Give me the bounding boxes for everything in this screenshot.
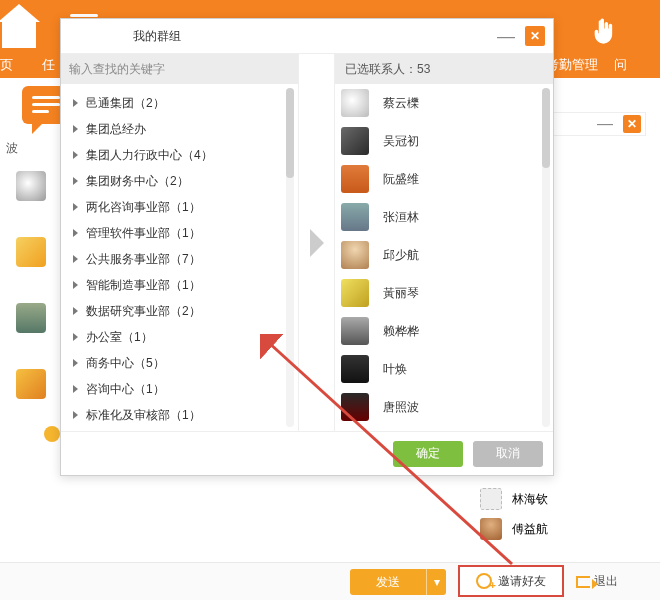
list-item[interactable]: 吴冠初: [335, 122, 539, 160]
tree-item[interactable]: 咨询中心（1）: [61, 376, 282, 402]
avatar: [341, 355, 369, 383]
list-item[interactable]: 阮盛维: [335, 160, 539, 198]
left-contact-strip: 波: [0, 140, 60, 401]
tree-item[interactable]: 公共服务事业部（7）: [61, 246, 282, 272]
chevron-right-icon: [73, 307, 78, 315]
scrollbar[interactable]: [542, 88, 550, 427]
invite-friends-label: 邀请好友: [498, 573, 546, 590]
chevron-right-icon: [73, 281, 78, 289]
chevron-right-icon: [73, 125, 78, 133]
tree-item[interactable]: 邑通集团（2）: [61, 90, 282, 116]
selected-header: 已选联系人：53: [335, 54, 553, 84]
list-item[interactable]: 黃丽琴: [335, 274, 539, 312]
list-item[interactable]: [335, 426, 539, 431]
avatar[interactable]: [16, 237, 46, 267]
tree-item[interactable]: 管理软件事业部（1）: [61, 220, 282, 246]
tree-item[interactable]: 集团人力行政中心（4）: [61, 142, 282, 168]
nav-ask[interactable]: 问: [614, 56, 627, 74]
selected-list: 蔡云櫟 吴冠初 阮盛维 张洹林 邱少航 黃丽琴 赖桦桦 叶焕 唐照波: [335, 84, 539, 431]
group-picker-dialog: 我的群组 — ✕ 邑通集团（2） 集团总经办 集团人力行政中心（4） 集团财务中…: [60, 18, 554, 476]
list-item[interactable]: 邱少航: [335, 236, 539, 274]
avatar: [341, 89, 369, 117]
selected-count: 53: [417, 62, 430, 76]
home-icon: [2, 18, 36, 48]
list-item[interactable]: 蔡云櫟: [335, 84, 539, 122]
add-user-icon: [476, 573, 492, 589]
dialog-title-bar: 我的群组 — ✕: [61, 19, 553, 53]
chevron-right-icon: [73, 255, 78, 263]
tree-item[interactable]: 标准化及审核部（1）: [61, 402, 282, 428]
selected-contacts-panel: 已选联系人：53 蔡云櫟 吴冠初 阮盛维 张洹林 邱少航 黃丽琴 赖桦桦 叶焕 …: [335, 54, 553, 431]
search-input[interactable]: [69, 62, 290, 76]
logout-button[interactable]: 退出: [576, 573, 618, 590]
invite-friends-button[interactable]: 邀请好友: [458, 565, 564, 597]
scrollbar[interactable]: [286, 88, 294, 427]
avatar[interactable]: [16, 303, 46, 333]
chevron-right-icon: [73, 177, 78, 185]
avatar: [341, 279, 369, 307]
scrollbar-thumb[interactable]: [286, 88, 294, 178]
tree-item[interactable]: 办公室（1）: [61, 324, 282, 350]
side-contact-list: 林海钦 傅益航: [480, 484, 650, 544]
tree-item[interactable]: 研发中心（1）: [61, 428, 282, 431]
search-bar: [61, 54, 298, 84]
chevron-right-icon: [73, 333, 78, 341]
dialog-minimize-button[interactable]: —: [497, 19, 515, 53]
chevron-right-icon: [73, 385, 78, 393]
group-tree: 邑通集团（2） 集团总经办 集团人力行政中心（4） 集团财务中心（2） 两化咨询…: [61, 84, 282, 431]
dialog-title: 我的群组: [133, 29, 181, 43]
tree-item[interactable]: 集团财务中心（2）: [61, 168, 282, 194]
logout-icon: [576, 576, 590, 588]
nav-task[interactable]: 任: [42, 56, 55, 74]
confirm-button[interactable]: 确定: [393, 441, 463, 467]
send-dropdown-button[interactable]: ▾: [426, 569, 446, 595]
chevron-right-icon: [73, 203, 78, 211]
avatar[interactable]: [16, 171, 46, 201]
avatar: [341, 127, 369, 155]
scrollbar-thumb[interactable]: [542, 88, 550, 168]
chevron-right-icon: [73, 411, 78, 419]
transfer-arrow-column: [299, 54, 335, 431]
chevron-right-icon: [73, 99, 78, 107]
tree-item[interactable]: 智能制造事业部（1）: [61, 272, 282, 298]
chevron-right-icon[interactable]: [310, 229, 324, 257]
cancel-button[interactable]: 取消: [473, 441, 543, 467]
list-item[interactable]: 叶焕: [335, 350, 539, 388]
list-item[interactable]: 傅益航: [480, 514, 650, 544]
emoji-icon[interactable]: [44, 426, 60, 442]
left-strip-label: 波: [6, 140, 60, 157]
avatar[interactable]: [16, 369, 46, 399]
nav-home[interactable]: 页: [0, 56, 13, 74]
minimize-button[interactable]: —: [597, 115, 613, 133]
bottom-bar: 发送 ▾ 邀请好友 退出: [0, 562, 660, 600]
list-item[interactable]: 赖桦桦: [335, 312, 539, 350]
avatar: [341, 165, 369, 193]
tree-item[interactable]: 数据研究事业部（2）: [61, 298, 282, 324]
dialog-close-button[interactable]: ✕: [525, 26, 545, 46]
list-item[interactable]: 唐照波: [335, 388, 539, 426]
chevron-right-icon: [73, 151, 78, 159]
dialog-footer: 确定 取消: [61, 431, 553, 475]
avatar: [480, 488, 502, 510]
chevron-right-icon: [73, 229, 78, 237]
avatar: [341, 241, 369, 269]
chevron-right-icon: [73, 359, 78, 367]
avatar: [480, 518, 502, 540]
send-button[interactable]: 发送: [350, 569, 426, 595]
close-button[interactable]: ✕: [623, 115, 641, 133]
tree-item[interactable]: 集团总经办: [61, 116, 282, 142]
hand-pointer-icon: [590, 18, 618, 46]
tree-item[interactable]: 两化咨询事业部（1）: [61, 194, 282, 220]
avatar: [341, 203, 369, 231]
list-item[interactable]: 张洹林: [335, 198, 539, 236]
list-item[interactable]: 林海钦: [480, 484, 650, 514]
avatar: [341, 317, 369, 345]
avatar: [341, 393, 369, 421]
tree-item[interactable]: 商务中心（5）: [61, 350, 282, 376]
group-tree-panel: 邑通集团（2） 集团总经办 集团人力行政中心（4） 集团财务中心（2） 两化咨询…: [61, 54, 299, 431]
